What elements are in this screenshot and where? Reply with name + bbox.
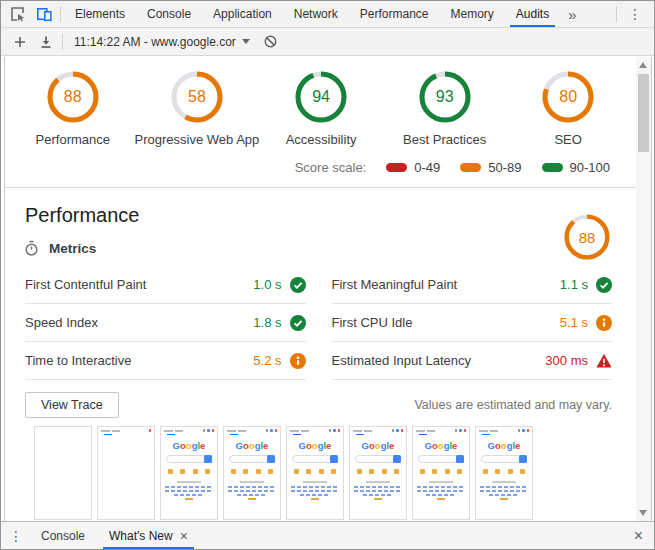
- mini-search-bar: [355, 455, 401, 463]
- filmstrip-frame-google: Google: [412, 426, 470, 520]
- inspect-element-button[interactable]: [5, 2, 31, 26]
- score-gauges-row: 88 Performance 58 Progressive Web App: [5, 57, 636, 147]
- section-divider: [5, 187, 636, 188]
- score-value: 80: [542, 71, 594, 123]
- performance-footer: View Trace Values are estimated and may …: [25, 392, 612, 418]
- metric-label: Speed Index: [25, 315, 98, 330]
- mini-search-bar: [292, 455, 338, 463]
- metrics-group-label: Metrics: [49, 241, 96, 256]
- scale-range-text: 90-100: [570, 160, 610, 175]
- gauge-performance: 88 Performance: [11, 71, 135, 147]
- mini-browser-chrome: [353, 429, 403, 435]
- tab-console[interactable]: Console: [136, 1, 202, 27]
- filmstrip-frame-google: Google: [349, 426, 407, 520]
- tab-performance[interactable]: Performance: [349, 1, 440, 27]
- close-tab-icon[interactable]: ×: [180, 529, 188, 543]
- gauge-pwa: 58 Progressive Web App: [135, 71, 260, 147]
- score-label: SEO: [554, 132, 581, 147]
- performance-section: Performance 88: [5, 204, 636, 520]
- pass-icon: [290, 315, 306, 331]
- tab-network[interactable]: Network: [283, 1, 349, 27]
- metric-speed-index: Speed Index 1.8 s: [25, 304, 306, 342]
- report-selector-dropdown[interactable]: 11:14:22 AM - www.google.cor: [66, 31, 258, 53]
- average-icon: [596, 315, 612, 331]
- filmstrip-frame-google: Google: [475, 426, 533, 520]
- close-drawer-icon[interactable]: ×: [623, 528, 654, 544]
- fail-icon: [596, 353, 612, 369]
- device-toolbar-icon: [36, 6, 53, 22]
- mini-search-button: [393, 455, 401, 463]
- pass-color-pill: [542, 163, 563, 172]
- mini-shortcut-icons: [294, 469, 336, 474]
- pass-icon: [290, 277, 306, 293]
- mini-browser-chrome: [479, 429, 529, 435]
- metric-value: 300 ms: [545, 353, 588, 368]
- filmstrip-frame-blank: [34, 426, 92, 520]
- pass-icon: [596, 277, 612, 293]
- more-tabs-icon[interactable]: »: [560, 6, 584, 23]
- tab-memory[interactable]: Memory: [440, 1, 505, 27]
- scale-range-text: 50-89: [488, 160, 521, 175]
- view-trace-button[interactable]: View Trace: [25, 392, 119, 418]
- metric-value: 5.1 s: [560, 315, 588, 330]
- mini-search-bar: [229, 455, 275, 463]
- clear-audits-button[interactable]: [258, 30, 284, 54]
- mini-google-logo: Google: [413, 440, 469, 451]
- mini-google-logo: Google: [350, 440, 406, 451]
- gauge-accessibility: 94 Accessibility: [259, 71, 383, 147]
- score-value: 88: [47, 71, 99, 123]
- filmstrip-frame-google: Google: [286, 426, 344, 520]
- device-toolbar-button[interactable]: [31, 2, 57, 26]
- score-label: Progressive Web App: [135, 132, 260, 147]
- download-icon: [38, 34, 54, 50]
- filmstrip: Google Google Google Google: [34, 426, 636, 520]
- tab-application[interactable]: Application: [202, 1, 283, 27]
- performance-section-gauge: 88: [564, 214, 610, 260]
- mini-search-bar: [481, 455, 527, 463]
- score-label: Best Practices: [403, 132, 486, 147]
- metric-value: 1.1 s: [560, 277, 588, 292]
- metric-label: First CPU Idle: [332, 315, 413, 330]
- new-audit-button[interactable]: [7, 30, 33, 54]
- scrollbar-thumb[interactable]: [638, 74, 649, 152]
- metric-label: Time to Interactive: [25, 353, 131, 368]
- mini-shortcut-icons: [357, 469, 399, 474]
- scroll-up-icon[interactable]: [639, 62, 647, 68]
- toolbar-separator: [62, 34, 63, 50]
- metric-first-contentful-paint: First Contentful Paint 1.0 s: [25, 266, 306, 304]
- score-label: Accessibility: [286, 132, 357, 147]
- audits-toolbar: 11:14:22 AM - www.google.cor: [1, 28, 654, 56]
- drawer-tab-label: What's New: [109, 529, 173, 543]
- score-value: 58: [171, 71, 223, 123]
- stopwatch-icon: [23, 240, 40, 257]
- scale-range-pass: 90-100: [542, 160, 610, 175]
- drawer-tab-whats-new[interactable]: What's New ×: [97, 522, 200, 549]
- scroll-down-icon[interactable]: [639, 510, 647, 516]
- devtools-menu-icon[interactable]: ⋮: [620, 6, 650, 22]
- report-selector-label: 11:14:22 AM - www.google.cor: [74, 35, 236, 49]
- vertical-scrollbar[interactable]: [636, 57, 651, 521]
- metric-value: 1.0 s: [253, 277, 281, 292]
- metric-first-cpu-idle: First CPU Idle 5.1 s: [332, 304, 613, 342]
- drawer-tabbar: ⋮ Console What's New × ×: [1, 521, 654, 549]
- drawer-menu-icon[interactable]: ⋮: [1, 528, 29, 544]
- mini-search-button: [330, 455, 338, 463]
- mini-google-logo: Google: [476, 440, 532, 451]
- block-icon: [263, 34, 278, 49]
- score-label: Performance: [36, 132, 110, 147]
- mini-search-button: [204, 455, 212, 463]
- metric-label: First Meaningful Paint: [332, 277, 458, 292]
- metric-estimated-input-latency: Estimated Input Latency 300 ms: [332, 342, 613, 380]
- mini-google-logo: Google: [287, 440, 343, 451]
- mini-browser-chrome: [290, 429, 340, 435]
- download-report-button[interactable]: [33, 30, 59, 54]
- drawer-tab-console[interactable]: Console: [29, 522, 97, 549]
- plus-icon: [13, 35, 27, 49]
- metric-value: 5.2 s: [253, 353, 281, 368]
- toolbar-separator: [616, 6, 617, 22]
- tab-elements[interactable]: Elements: [64, 1, 136, 27]
- toolbar-separator: [60, 6, 61, 22]
- mini-browser-chrome: [227, 429, 277, 435]
- mini-search-bar: [418, 455, 464, 463]
- tab-audits[interactable]: Audits: [505, 1, 560, 27]
